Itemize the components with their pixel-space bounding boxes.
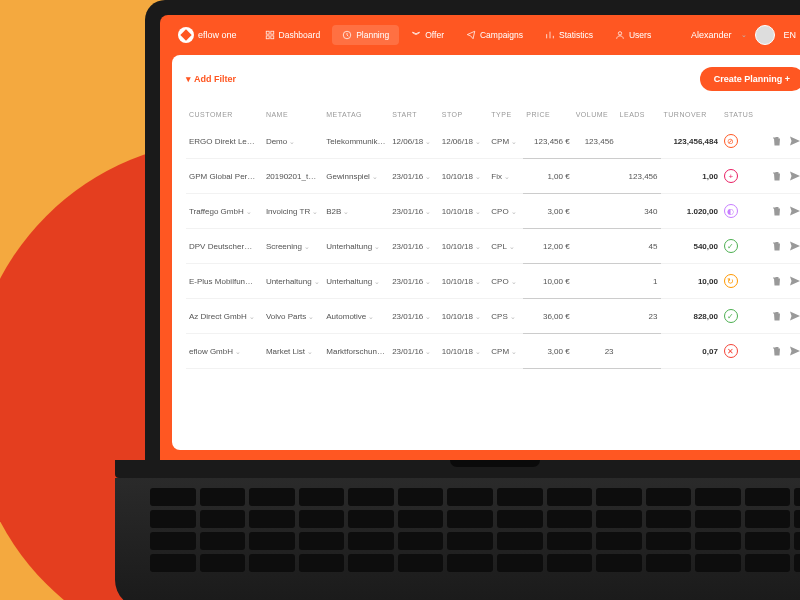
cell-leads[interactable]: 340 <box>617 194 661 229</box>
cell-leads[interactable] <box>617 334 661 369</box>
status-icon[interactable]: ◐ <box>724 204 738 218</box>
cell-customer[interactable]: Az Direct GmbH⌄ <box>186 299 263 334</box>
cell-customer[interactable]: ERGO Direkt Le…⌄ <box>186 124 263 159</box>
cell-start[interactable]: 23/01/16⌄ <box>389 264 439 299</box>
create-planning-button[interactable]: Create Planning + <box>700 67 800 91</box>
col-stop[interactable]: STOP <box>439 105 489 124</box>
col-turnover[interactable]: TURNOVER <box>661 105 721 124</box>
cell-type[interactable]: CPS⌄ <box>488 299 523 334</box>
delete-icon[interactable] <box>771 170 783 182</box>
cell-stop[interactable]: 10/10/18⌄ <box>439 194 489 229</box>
delete-icon[interactable] <box>771 310 783 322</box>
cell-volume[interactable] <box>573 159 617 194</box>
cell-price[interactable]: 36,00 € <box>523 299 572 334</box>
cell-customer[interactable]: Traffego GmbH⌄ <box>186 194 263 229</box>
cell-metatag[interactable]: Unterhaltung⌄ <box>323 264 389 299</box>
cell-price[interactable]: 1,00 € <box>523 159 572 194</box>
cell-name[interactable]: Invoicing TR⌄ <box>263 194 323 229</box>
cell-metatag[interactable]: Marktforschung⌄ <box>323 334 389 369</box>
nav-dashboard[interactable]: Dashboard <box>255 25 331 45</box>
nav-campaigns[interactable]: Campaigns <box>456 25 533 45</box>
cell-customer[interactable]: E-Plus Mobilfun…⌄ <box>186 264 263 299</box>
col-name[interactable]: NAME <box>263 105 323 124</box>
cell-start[interactable]: 23/01/16⌄ <box>389 229 439 264</box>
cell-price[interactable]: 12,00 € <box>523 229 572 264</box>
col-volume[interactable]: VOLUME <box>573 105 617 124</box>
cell-volume[interactable]: 123,456 <box>573 124 617 159</box>
send-icon[interactable] <box>789 135 800 147</box>
cell-stop[interactable]: 10/10/18⌄ <box>439 334 489 369</box>
status-icon[interactable]: ↻ <box>724 274 738 288</box>
status-icon[interactable]: ⊘ <box>724 134 738 148</box>
send-icon[interactable] <box>789 170 800 182</box>
cell-volume[interactable]: 23 <box>573 334 617 369</box>
col-leads[interactable]: LEADS <box>617 105 661 124</box>
status-icon[interactable]: ✓ <box>724 239 738 253</box>
col-customer[interactable]: CUSTOMER <box>186 105 263 124</box>
send-icon[interactable] <box>789 205 800 217</box>
send-icon[interactable] <box>789 345 800 357</box>
cell-leads[interactable]: 123,456 <box>617 159 661 194</box>
nav-planning[interactable]: Planning <box>332 25 399 45</box>
delete-icon[interactable] <box>771 135 783 147</box>
nav-offer[interactable]: Offer <box>401 25 454 45</box>
cell-type[interactable]: CPL⌄ <box>488 229 523 264</box>
cell-stop[interactable]: 10/10/18⌄ <box>439 264 489 299</box>
cell-start[interactable]: 23/01/16⌄ <box>389 299 439 334</box>
cell-stop[interactable]: 10/10/18⌄ <box>439 159 489 194</box>
cell-price[interactable]: 3,00 € <box>523 334 572 369</box>
cell-metatag[interactable]: Unterhaltung⌄ <box>323 229 389 264</box>
delete-icon[interactable] <box>771 275 783 287</box>
cell-metatag[interactable]: Gewinnspiel⌄ <box>323 159 389 194</box>
cell-stop[interactable]: 12/06/18⌄ <box>439 124 489 159</box>
cell-leads[interactable] <box>617 124 661 159</box>
status-icon[interactable]: ✓ <box>724 309 738 323</box>
cell-name[interactable]: Screening⌄ <box>263 229 323 264</box>
cell-customer[interactable]: eflow GmbH⌄ <box>186 334 263 369</box>
cell-price[interactable]: 10,00 € <box>523 264 572 299</box>
cell-start[interactable]: 12/06/18⌄ <box>389 124 439 159</box>
cell-volume[interactable] <box>573 264 617 299</box>
cell-metatag[interactable]: Telekommunikation⌄ <box>323 124 389 159</box>
delete-icon[interactable] <box>771 240 783 252</box>
cell-type[interactable]: CPO⌄ <box>488 264 523 299</box>
nav-statistics[interactable]: Statistics <box>535 25 603 45</box>
cell-type[interactable]: CPM⌄ <box>488 124 523 159</box>
send-icon[interactable] <box>789 240 800 252</box>
cell-type[interactable]: CPO⌄ <box>488 194 523 229</box>
cell-price[interactable]: 3,00 € <box>523 194 572 229</box>
cell-name[interactable]: Market List⌄ <box>263 334 323 369</box>
cell-customer[interactable]: DPV Deutscher…⌄ <box>186 229 263 264</box>
cell-start[interactable]: 23/01/16⌄ <box>389 194 439 229</box>
cell-customer[interactable]: GPM Global Per…⌄ <box>186 159 263 194</box>
cell-price[interactable]: 123,456 € <box>523 124 572 159</box>
cell-leads[interactable]: 23 <box>617 299 661 334</box>
user-name[interactable]: Alexander <box>691 30 732 40</box>
cell-name[interactable]: Volvo Parts⌄ <box>263 299 323 334</box>
brand-logo[interactable]: eflow one <box>178 27 237 43</box>
cell-leads[interactable]: 1 <box>617 264 661 299</box>
add-filter-button[interactable]: ▾ Add Filter <box>186 74 236 84</box>
send-icon[interactable] <box>789 310 800 322</box>
avatar[interactable] <box>755 25 775 45</box>
cell-type[interactable]: Fix⌄ <box>488 159 523 194</box>
cell-volume[interactable] <box>573 194 617 229</box>
cell-leads[interactable]: 45 <box>617 229 661 264</box>
cell-stop[interactable]: 10/10/18⌄ <box>439 299 489 334</box>
delete-icon[interactable] <box>771 345 783 357</box>
send-icon[interactable] <box>789 275 800 287</box>
status-icon[interactable]: ✕ <box>724 344 738 358</box>
col-type[interactable]: TYPE <box>488 105 523 124</box>
cell-name[interactable]: Demo⌄ <box>263 124 323 159</box>
cell-start[interactable]: 23/01/16⌄ <box>389 334 439 369</box>
cell-metatag[interactable]: B2B⌄ <box>323 194 389 229</box>
col-status[interactable]: STATUS <box>721 105 760 124</box>
cell-name[interactable]: 20190201_t…⌄ <box>263 159 323 194</box>
cell-volume[interactable] <box>573 299 617 334</box>
col-price[interactable]: PRICE <box>523 105 572 124</box>
cell-name[interactable]: Unterhaltung⌄ <box>263 264 323 299</box>
cell-stop[interactable]: 10/10/18⌄ <box>439 229 489 264</box>
cell-volume[interactable] <box>573 229 617 264</box>
lang-switch[interactable]: EN <box>783 30 796 40</box>
status-icon[interactable]: + <box>724 169 738 183</box>
